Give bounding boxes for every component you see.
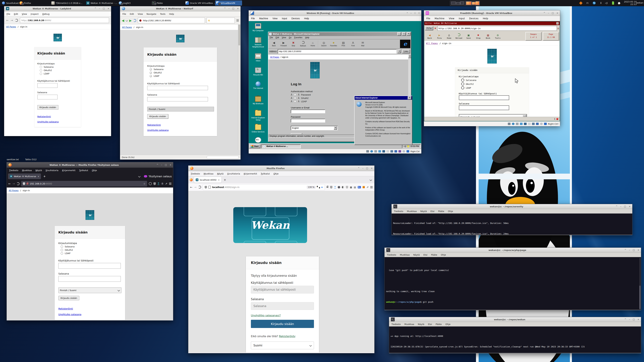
- reload-button[interactable]: [133, 19, 136, 22]
- ie-print-button[interactable]: ▤Print: [338, 41, 348, 47]
- close-button[interactable]: ×: [638, 249, 639, 251]
- scrollbar-thumb[interactable]: [639, 286, 641, 309]
- username-input[interactable]: [459, 95, 509, 100]
- menu-machine[interactable]: Machine: [434, 17, 444, 20]
- links-button[interactable]: Links: [402, 50, 410, 53]
- menu-icon[interactable]: [370, 186, 373, 188]
- shade-button[interactable]: ^: [358, 167, 360, 169]
- signin-button[interactable]: Kirjaudu sisään: [58, 296, 79, 300]
- address-dropdown[interactable]: ▾: [398, 50, 401, 53]
- ie-refresh-button[interactable]: Refresh: [298, 41, 308, 47]
- breadcrumb-all-pages[interactable]: All Pages: [9, 189, 18, 192]
- login-button[interactable]: Log In: [291, 133, 302, 134]
- ie-search-button[interactable]: ◎Search: [319, 41, 329, 47]
- reload-button[interactable]: [15, 19, 18, 22]
- breadcrumb-all-pages[interactable]: All Pages: [6, 25, 16, 28]
- desktop-icon-the-internet[interactable]: The Internet: [250, 81, 266, 89]
- language-select[interactable]: English▾: [291, 126, 338, 130]
- menu-input[interactable]: Input: [459, 17, 465, 20]
- battery-icon[interactable]: [611, 1, 615, 5]
- hp-printer-icon[interactable]: hp: [592, 1, 596, 5]
- address-input[interactable]: http://192.168.0.20:8000/: [278, 49, 397, 54]
- terminal-output[interactable]: (use "git push" to publish your local co…: [384, 257, 641, 310]
- desktop-icon-inbox[interactable]: Inbox: [250, 53, 266, 62]
- close-button[interactable]: ×: [418, 12, 420, 14]
- minimize-button[interactable]: –: [228, 7, 230, 10]
- menu-ohje[interactable]: Ohje: [274, 172, 278, 175]
- forgot-password-link[interactable]: Unohtuiko salasana: [147, 129, 213, 131]
- maximize-button[interactable]: □: [633, 318, 635, 321]
- shield-icon[interactable]: [330, 186, 332, 189]
- terminal-titlebar[interactable]: >_ wekan@z: ~/repos/serenity ^–□×: [392, 204, 632, 209]
- close-button[interactable]: ×: [629, 205, 630, 208]
- network-traffic-icon[interactable]: ↕: [599, 1, 603, 5]
- menu-file[interactable]: File: [251, 17, 255, 20]
- menu-kirjanmerkit[interactable]: Kirjanmerkit: [244, 172, 257, 175]
- signin-button[interactable]: Kirjaudu sisään: [251, 320, 314, 328]
- url-bar[interactable]: http://192.168.0.20:8000/: [20, 17, 109, 23]
- menu-file[interactable]: File: [270, 36, 273, 39]
- firefox-titlebar[interactable]: WeKan ® Multiverse — Mozilla Firefox Yks…: [7, 162, 173, 168]
- workspace-2[interactable]: [465, 1, 480, 6]
- menu-icon[interactable]: [236, 19, 239, 21]
- minimize-button[interactable]: –: [362, 167, 364, 169]
- volume-icon[interactable]: ◁): [404, 145, 406, 147]
- insecure-lock-icon[interactable]: [26, 183, 28, 185]
- start-button[interactable]: Start: [250, 144, 260, 148]
- tab-close-icon[interactable]: ×: [218, 179, 220, 181]
- maximize-button[interactable]: □: [232, 7, 234, 10]
- password-input[interactable]: [291, 119, 325, 122]
- terminal-output[interactable]: ResourceLoader: Finished load of: "http:…: [392, 214, 632, 235]
- maximize-button[interactable]: □: [402, 32, 406, 36]
- menu-tools[interactable]: Tools: [160, 13, 165, 15]
- share-icon[interactable]: ⇗: [165, 182, 167, 185]
- menu-ohje[interactable]: Ohje: [446, 323, 450, 326]
- ublock-badge-icon[interactable]: 9+: [358, 186, 361, 188]
- shade-button[interactable]: ^: [407, 12, 408, 14]
- home-button[interactable]: ⌂Home: [444, 33, 454, 39]
- password-input[interactable]: [58, 276, 121, 282]
- minimize-button[interactable]: –: [548, 12, 549, 14]
- highlighter-icon[interactable]: [362, 186, 365, 188]
- username-input[interactable]: [251, 286, 314, 294]
- maximize-button[interactable]: □: [165, 164, 167, 166]
- shade-button[interactable]: ^: [624, 249, 626, 251]
- minimize-button[interactable]: –: [161, 164, 162, 166]
- forward-button[interactable]: ▶: [129, 18, 132, 22]
- breadcrumb-all-pages[interactable]: All Pages: [122, 26, 132, 28]
- radio-oauth2[interactable]: [150, 71, 152, 74]
- menu-devices[interactable]: Devices: [469, 17, 478, 20]
- menu-file[interactable]: File: [426, 17, 430, 20]
- bookmark-star-icon[interactable]: ☆: [144, 182, 146, 185]
- close-button[interactable]: ×: [556, 22, 559, 24]
- taskbar-button-nsgtk3[interactable]: 2 nsgtk3: [118, 0, 150, 5]
- ie-font-button[interactable]: AFont: [348, 41, 358, 47]
- close-button[interactable]: ×: [237, 7, 239, 10]
- terminal-titlebar[interactable]: >_ wekan@z: ~/repos/wekan ^–□×: [389, 317, 641, 322]
- menu-devices[interactable]: Devices: [292, 17, 300, 20]
- url-bar[interactable]: localhost:4000/sign-in 130 % ▘▗ ★: [203, 184, 325, 190]
- menu-view[interactable]: View: [138, 13, 143, 15]
- bookmarks-button[interactable]: ▤Book: [483, 33, 493, 39]
- moon-icon[interactable]: [342, 186, 344, 188]
- menu-input[interactable]: Input: [282, 17, 287, 20]
- system-tray[interactable]: ◁) 10:53 PM: [402, 144, 420, 148]
- desktop-icon-recycle-bin[interactable]: Recycle Bin: [250, 67, 266, 76]
- language-select[interactable]: Finnish / Suomi: [147, 107, 214, 111]
- language-select[interactable]: Finnish / Suomi▾: [459, 114, 527, 117]
- menu-muokkaa[interactable]: Muokkaa: [22, 169, 32, 172]
- reload-button[interactable]: Reload: [454, 33, 464, 39]
- maximize-button[interactable]: □: [633, 249, 635, 251]
- shield-check-icon[interactable]: [346, 186, 348, 189]
- close-button[interactable]: ×: [371, 167, 373, 169]
- menu-kirjanmerkit[interactable]: Kirjanmerkit: [62, 169, 76, 172]
- menu-edit[interactable]: Edit: [14, 13, 18, 15]
- ie-forward-button[interactable]: ▶Forward: [279, 41, 288, 47]
- menu-sivuhistoria[interactable]: Sivuhistoria: [46, 169, 58, 172]
- download-icon[interactable]: [158, 183, 160, 185]
- workspace-1[interactable]: [450, 1, 465, 6]
- vm-titlebar[interactable]: Windows 95 [Running] - Oracle VM Virtual…: [249, 10, 421, 16]
- new-tab-button[interactable]: +: [42, 175, 46, 178]
- tracking-shield-icon[interactable]: [23, 182, 25, 185]
- menu-help[interactable]: Help: [304, 17, 309, 20]
